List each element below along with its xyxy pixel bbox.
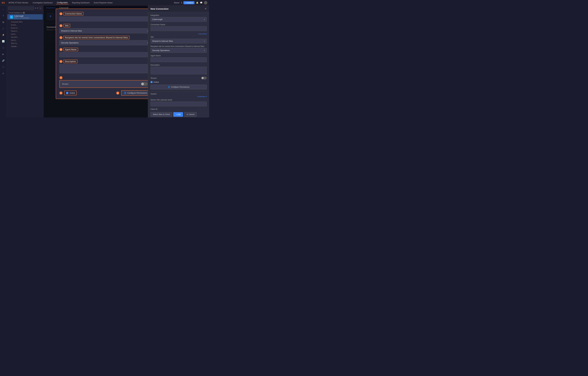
nc-site-select[interactable]: Shared to Internal Sites (151, 39, 207, 43)
description-textarea[interactable] (59, 64, 150, 73)
tenant-section: f Tenant (59, 76, 150, 88)
cmd-consume-iocs[interactable]: Consume IOCs (7, 20, 43, 23)
cmd-update[interactable]: Update... (7, 45, 43, 48)
main-layout: ⌂ ⚲ ▦ ⬡ ⚡ 📊 ⬡ ▶ 🔗 ⬡ ⚙ cybersixgill ✕ ⚲ +… (0, 6, 209, 117)
nc-integration-select[interactable]: Cybersixgill (151, 17, 207, 22)
avatar[interactable] (204, 1, 207, 4)
integration-item-sub: Built-in · 9 Commands (14, 17, 41, 19)
info-icon[interactable]: ℹ (181, 1, 182, 4)
search-button[interactable]: ⚲ (37, 7, 38, 9)
incident-button[interactable]: + Incident (184, 1, 195, 4)
modal-overlay: a Connection Name b Site Shared to Inter… (44, 6, 209, 117)
configure-permissions-button[interactable]: 👤 Configure Permissions (121, 90, 150, 96)
cmd-get-ioc[interactable]: Get IOC... (7, 36, 43, 39)
nc-connection-name-field: Connection Name (151, 23, 207, 31)
fingerprint-icon[interactable]: ⬡ (1, 65, 6, 69)
nc-server-url-input[interactable]: https://api.cybersixgill.com (151, 102, 207, 106)
nc-recipient-label: Recipient site for events from connectio… (151, 45, 207, 47)
main-panel: Integrations › Cybersixgill ✦ Cybersixgi… (44, 6, 209, 117)
integration-sidebar: cybersixgill ✕ ⚲ + Threat Intelligence 1… (7, 6, 44, 117)
nc-parameter-link[interactable]: Parameter ▾ (151, 96, 207, 98)
category-label[interactable]: Threat Intelligence 1 (7, 11, 43, 14)
description-section: e Description (59, 60, 150, 74)
analytics-icon[interactable]: 📊 (1, 39, 6, 43)
nc-select-sites-button[interactable]: Select Sites to Clone (151, 112, 172, 117)
nc-cancel-button[interactable]: ⊘ Cancel (184, 112, 197, 117)
cmd-get-q[interactable]: Get Q... (7, 39, 43, 42)
badge-d: d (59, 48, 63, 51)
nc-bottom-row: Select Sites to Clone + Add ⊘ Cancel (151, 112, 207, 117)
site-section: b Site Shared to Internal Sites (59, 24, 150, 33)
nc-tenant-label: Tenant (151, 77, 156, 79)
nav-reporting[interactable]: Reporting Dashboard (72, 1, 90, 4)
nav-mitre[interactable]: MITRE ATT&CK Monitor (8, 1, 29, 4)
nc-configure-button[interactable]: 👤 Configure Permissions (151, 85, 207, 89)
nc-server-url-field: Server URL (domain level) https://api.cy… (151, 99, 207, 106)
cmd-enrich-s[interactable]: Enrich S... (7, 26, 43, 30)
permissions-icon: 👤 (124, 92, 126, 94)
nc-integration-label: Integration (151, 14, 207, 16)
nc-agent-name-input[interactable] (151, 57, 207, 62)
master-label[interactable]: Master (174, 2, 180, 4)
home-icon[interactable]: ⌂ (1, 7, 6, 11)
tenant-label: Tenant (62, 83, 68, 85)
incident-icon[interactable]: ⚡ (1, 33, 6, 37)
nc-system-label: System (151, 93, 207, 95)
network-icon[interactable]: ⬡ (1, 46, 6, 50)
active-checkbox[interactable]: ✓ (66, 92, 68, 94)
integration-item-cybersixgill[interactable]: ✦ Cybersixgill Built-in · 9 Commands (7, 14, 43, 20)
nc-connection-link[interactable]: Connection (151, 33, 207, 35)
cmd-get-a[interactable]: Get A... (7, 32, 43, 36)
content-area: cybersixgill ✕ ⚲ + Threat Intelligence 1… (7, 6, 209, 117)
nc-tenant-toggle[interactable] (201, 77, 207, 79)
badge-h: h (59, 92, 63, 94)
nc-divider (151, 91, 207, 91)
chat-icon[interactable]: 💬 (200, 1, 202, 4)
app-logo: D3 (2, 1, 5, 4)
nav-playbook[interactable]: Event Playbook Viewer (93, 1, 113, 4)
nav-investigation[interactable]: Investigation Dashboard (32, 1, 53, 4)
connection-name-input[interactable] (59, 16, 150, 21)
recipient-select[interactable]: Security Operations (59, 40, 150, 45)
nc-add-button[interactable]: + Add (173, 112, 183, 117)
dashboard-icon[interactable]: ▦ (1, 20, 6, 24)
nc-tenant-row: Tenant (151, 77, 207, 79)
integration-search-bar: cybersixgill ✕ ⚲ + (7, 6, 43, 11)
integration-icon[interactable]: 🔗 (1, 58, 6, 63)
cmd-enrich[interactable]: Enrich... (7, 23, 43, 26)
nc-description-textarea[interactable] (151, 67, 207, 74)
close-panel-button[interactable]: ✕ (204, 7, 207, 10)
cmd-fetch-e[interactable]: Fetch E... (7, 30, 43, 32)
nc-active-checkbox[interactable]: ✓ (151, 81, 152, 83)
cmd-test-co[interactable]: Test Co... (7, 42, 43, 45)
integration-item-name: Cybersixgill (14, 15, 41, 17)
site-label: Site (63, 24, 70, 27)
badge-e: e (59, 60, 63, 63)
active-row[interactable]: ✓ Active (64, 91, 77, 95)
active-text: Active (69, 92, 75, 94)
search-icon[interactable]: ⚲ (1, 13, 6, 18)
badge-a: a (59, 12, 63, 15)
nc-description-label: Description (151, 64, 207, 66)
badge-c: c (59, 36, 63, 39)
nc-integration-field: Integration Cybersixgill (151, 14, 207, 22)
nc-description-field: Description (151, 64, 207, 75)
settings-nav-icon[interactable]: ⚙ (1, 71, 6, 76)
top-nav: D3 MITRE ATT&CK Monitor Investigation Da… (0, 0, 209, 6)
nc-active-label: Active (153, 81, 159, 83)
agent-name-input[interactable] (59, 52, 150, 57)
agent-name-section: d Agent Name (59, 48, 150, 57)
workflow-icon[interactable]: ⬡ (1, 26, 6, 31)
clear-search-button[interactable]: ✕ (35, 7, 36, 9)
playbook-icon[interactable]: ▶ (1, 52, 6, 56)
badge-g: g (116, 92, 119, 94)
nc-recipient-field: Recipient site for events from connectio… (151, 45, 207, 53)
add-integration-button[interactable]: + (39, 7, 42, 10)
notification-icon[interactable]: 🔔 (196, 1, 198, 4)
search-input[interactable]: cybersixgill (8, 6, 34, 10)
nav-configuration[interactable]: Configuration (56, 1, 68, 4)
nc-recipient-select[interactable]: Security Operations (151, 48, 207, 53)
nc-connection-name-input[interactable] (151, 26, 207, 31)
site-select[interactable]: Shared to Internal Sites (59, 28, 150, 33)
tenant-toggle[interactable] (141, 82, 148, 86)
